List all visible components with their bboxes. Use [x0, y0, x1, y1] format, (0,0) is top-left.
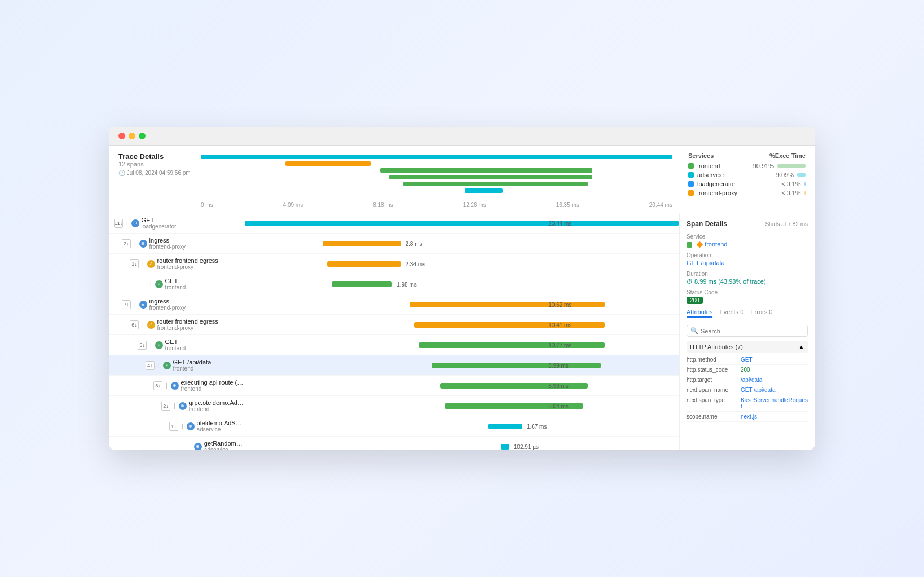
- span-duration: 10.41 ms: [548, 321, 571, 328]
- attr-list: http.method GET http.status_code 200 htt…: [687, 355, 808, 422]
- globe-icon: ⊕: [194, 443, 202, 451]
- trace-timestamp: 🕐 Jul 08, 2024 04:59:56 pm: [118, 170, 192, 176]
- mini-bar-11: [465, 188, 503, 193]
- span-toggle[interactable]: 7↓: [122, 300, 131, 309]
- span-toggle[interactable]: 3↓: [153, 381, 162, 390]
- service-dot: [688, 190, 694, 196]
- service-bar: [777, 164, 806, 168]
- route-icon: ↗: [147, 260, 155, 268]
- span-details-header: Span Details Starts at 7.82 ms: [687, 220, 808, 228]
- span-left: | ▪ GET frontend: [109, 278, 245, 290]
- span-row[interactable]: 6↓ | ↗ router frontend egress frontend-p…: [109, 315, 679, 335]
- service-pct: 9.09%: [771, 171, 794, 178]
- span-timeline: 6.04 ms: [245, 396, 679, 416]
- span-name-block: ingress frontend-proxy: [149, 237, 186, 250]
- browser-window: Trace Details 12 spans 🕐 Jul 08, 2024 04…: [109, 127, 815, 450]
- span-toggle[interactable]: 2↓: [161, 402, 170, 411]
- span-name: GET: [165, 338, 186, 345]
- span-toggle[interactable]: 2↓: [122, 239, 131, 248]
- service-bar: [804, 191, 806, 195]
- span-toggle[interactable]: 1↓: [130, 259, 139, 268]
- span-service: adservice: [197, 426, 245, 433]
- span-left: 7↓ | ⊕ ingress frontend-proxy: [109, 298, 245, 311]
- span-timeline: 1.98 ms: [245, 274, 679, 294]
- span-name: router frontend egress: [157, 257, 218, 264]
- minimize-button[interactable]: [129, 133, 135, 139]
- span-toggle[interactable]: 11↓: [114, 219, 123, 228]
- service-pct: < 0.1%: [778, 180, 801, 187]
- pipe-separator: |: [150, 342, 152, 348]
- pipe-separator: |: [134, 240, 136, 246]
- span-bar: [501, 444, 509, 450]
- service-name: frontend-proxy: [697, 190, 775, 196]
- span-row[interactable]: 5↓ | ▪ GET frontend 10.77 ms: [109, 335, 679, 355]
- span-duration: 102.91 µs: [514, 443, 539, 450]
- span-timeline: 102.91 µs: [245, 437, 679, 451]
- attr-value[interactable]: /api/data: [741, 377, 762, 383]
- span-duration: 8.99 ms: [548, 362, 569, 368]
- span-name-block: GET loadgenerator: [142, 217, 177, 230]
- attr-value[interactable]: GET: [741, 356, 753, 363]
- span-toggle[interactable]: 4↓: [146, 361, 155, 370]
- tab-item[interactable]: Events 0: [719, 309, 743, 318]
- span-name: GET: [165, 278, 186, 284]
- attr-value[interactable]: BaseServer.handleRequest: [741, 397, 808, 409]
- span-row[interactable]: 11↓ | ⊕ GET loadgenerator 20.44 ms: [109, 213, 679, 234]
- span-row[interactable]: 4↓ | ▪ GET /api/data frontend 8.99 ms: [109, 355, 679, 376]
- trace-timeline-area: 0 ms 4.09 ms 8.18 ms 12.26 ms 16.35 ms 2…: [201, 152, 672, 208]
- status-label: Status Code: [687, 289, 808, 296]
- search-input[interactable]: [701, 328, 804, 334]
- span-toggle[interactable]: 1↓: [169, 422, 178, 431]
- close-button[interactable]: [118, 133, 125, 139]
- maximize-button[interactable]: [139, 133, 146, 139]
- span-toggle[interactable]: 5↓: [138, 341, 147, 350]
- status-badge: 200: [687, 297, 703, 304]
- service-dot: [688, 163, 694, 169]
- span-row[interactable]: 1↓ | ⊕ oteldemo.AdService/Get... adservi…: [109, 416, 679, 437]
- mini-bar-3: [291, 161, 371, 166]
- attr-value[interactable]: GET /api/data: [741, 387, 776, 393]
- trace-header-panel: Trace Details 12 spans 🕐 Jul 08, 2024 04…: [109, 146, 815, 213]
- span-name: getRandomAds: [204, 440, 245, 447]
- service-dot: [688, 181, 694, 187]
- tab-item[interactable]: Attributes: [687, 309, 712, 318]
- span-left: | ⊕ getRandomAds adservice: [109, 440, 245, 450]
- trace-axis: 0 ms 4.09 ms 8.18 ms 12.26 ms 16.35 ms 2…: [201, 202, 672, 208]
- attr-value[interactable]: 200: [741, 367, 750, 373]
- span-row[interactable]: 2↓ | ⊕ grpc.oteldemo.AdService... fronte…: [109, 396, 679, 416]
- span-timeline: 2.34 ms: [245, 254, 679, 274]
- span-left: 4↓ | ▪ GET /api/data frontend: [109, 359, 245, 372]
- attr-section-header[interactable]: HTTP Attributes (7) ▲: [687, 341, 808, 353]
- operation-section: Operation GET /api/data: [687, 252, 808, 266]
- pipe-separator: |: [158, 362, 160, 368]
- span-row[interactable]: | ⊕ getRandomAds adservice 102.91 µs: [109, 437, 679, 450]
- services-title: Services %Exec Time: [688, 152, 806, 159]
- operation-value[interactable]: GET /api/data: [687, 259, 808, 266]
- span-name: oteldemo.AdService/Get...: [197, 420, 245, 426]
- span-row[interactable]: 3↓ | ⊕ executing api route (page... fron…: [109, 376, 679, 396]
- search-box[interactable]: 🔍: [687, 325, 808, 337]
- span-service: frontend-proxy: [149, 305, 186, 311]
- span-name: grpc.oteldemo.AdService...: [189, 399, 245, 406]
- globe-icon: ⊕: [139, 240, 147, 248]
- span-toggle[interactable]: 6↓: [130, 320, 139, 329]
- attr-key: http.method: [687, 356, 737, 363]
- operation-label: Operation: [687, 252, 808, 258]
- tab-item[interactable]: Errors 0: [750, 309, 772, 318]
- span-row[interactable]: 7↓ | ⊕ ingress frontend-proxy 10.62 ms: [109, 294, 679, 315]
- span-service: frontend-proxy: [157, 325, 218, 331]
- span-row[interactable]: | ▪ GET frontend 1.98 ms: [109, 274, 679, 294]
- attr-value[interactable]: next.js: [741, 413, 757, 420]
- attr-key: scope.name: [687, 413, 737, 420]
- pipe-separator: |: [142, 261, 144, 267]
- span-name-block: getRandomAds adservice: [204, 440, 245, 450]
- globe-icon: ⊕: [139, 301, 147, 309]
- span-duration: 2.8 ms: [406, 240, 423, 246]
- chevron-up-icon: ▲: [798, 343, 804, 350]
- span-name-block: GET frontend: [165, 278, 186, 290]
- span-service: frontend: [173, 365, 212, 372]
- span-row[interactable]: 2↓ | ⊕ ingress frontend-proxy 2.8 ms: [109, 234, 679, 254]
- span-row[interactable]: 1↓ | ↗ router frontend egress frontend-p…: [109, 254, 679, 274]
- server-icon: ▪: [163, 362, 171, 369]
- status-section: Status Code 200: [687, 289, 808, 304]
